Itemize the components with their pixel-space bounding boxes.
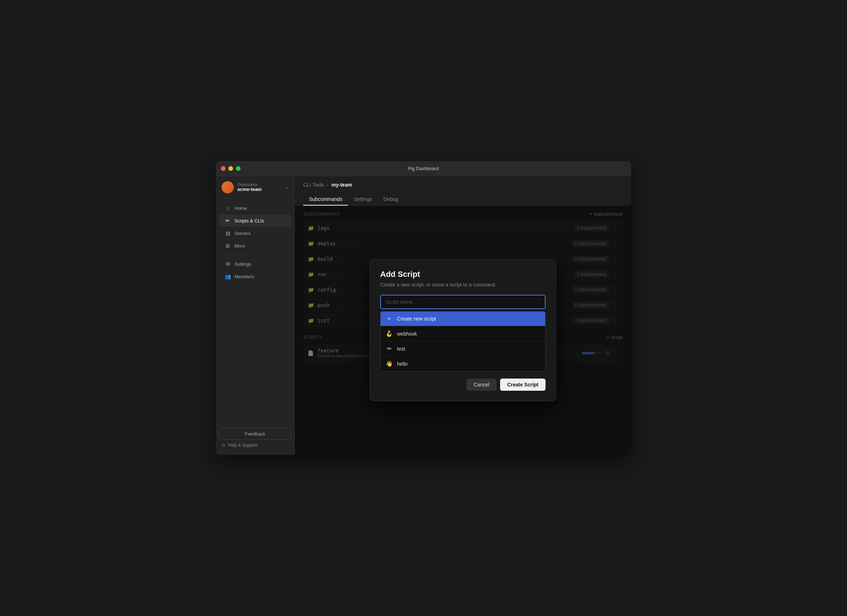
dropdown-item-test[interactable]: ✏ test: [381, 341, 545, 356]
content-body: Subcommands + Subcommand 📁 logs 1 subcom…: [295, 205, 631, 455]
dropdown-item-webhook[interactable]: 🪝 webhook: [381, 326, 545, 341]
dropdown-item-label: test: [397, 346, 405, 352]
titlebar: Fig Dashboard: [216, 161, 631, 176]
breadcrumb-parent[interactable]: CLI Tools: [303, 182, 324, 188]
plus-icon: +: [385, 316, 393, 322]
sidebar-item-members[interactable]: 👥 Members: [219, 270, 291, 282]
tab-debug[interactable]: Debug: [378, 194, 404, 205]
content-area: CLI Tools › my-team Subcommands Settings…: [295, 176, 631, 455]
settings-icon: ⚙: [224, 261, 231, 267]
breadcrumb-current: my-team: [332, 182, 352, 188]
modal-subtitle: Create a new script, or move a script to…: [380, 282, 546, 288]
create-script-button[interactable]: Create Script: [500, 378, 546, 391]
help-icon: ⊙: [221, 443, 225, 448]
org-name: acme-team: [238, 186, 281, 192]
dropdown-item-label: hello: [397, 361, 408, 367]
window-controls: [221, 166, 241, 171]
maximize-button[interactable]: [236, 166, 241, 171]
tab-settings[interactable]: Settings: [348, 194, 378, 205]
main-layout: Organization acme-team ⌄ ⌂ Home ✏ Script…: [216, 176, 631, 455]
add-script-modal: Add Script Create a new script, or move …: [370, 259, 556, 401]
window-title: Fig Dashboard: [408, 166, 438, 171]
help-support-item[interactable]: ⊙ Help & Support: [219, 440, 291, 451]
close-button[interactable]: [221, 166, 226, 171]
hello-icon: 👋: [385, 360, 393, 367]
avatar: [221, 181, 234, 194]
sidebar-item-label: Settings: [235, 261, 251, 267]
sidebar-item-label: Servers: [235, 230, 251, 236]
script-name-input[interactable]: [380, 295, 546, 309]
breadcrumb-separator: ›: [327, 182, 329, 188]
sidebar-item-label: Scripts & CLIs: [235, 218, 264, 223]
home-icon: ⌂: [224, 205, 231, 211]
tab-bar: Subcommands Settings Debug: [303, 194, 623, 205]
more-icon: ⊞: [224, 243, 231, 248]
dropdown-item-label: Create new script: [397, 316, 436, 322]
servers-icon: ▤: [224, 230, 231, 236]
dropdown-item-hello[interactable]: 👋 hello: [381, 356, 545, 371]
modal-overlay: Add Script Create a new script, or move …: [295, 205, 631, 455]
chevron-down-icon: ⌄: [285, 185, 289, 190]
sidebar-item-servers[interactable]: ▤ Servers: [219, 227, 291, 239]
content-header: CLI Tools › my-team Subcommands Settings…: [295, 176, 631, 205]
breadcrumb: CLI Tools › my-team: [303, 182, 623, 188]
minimize-button[interactable]: [229, 166, 233, 171]
sidebar-item-home[interactable]: ⌂ Home: [219, 202, 291, 214]
sidebar-item-label: More: [235, 243, 245, 248]
dropdown-item-label: webhook: [397, 331, 417, 337]
org-switcher[interactable]: Organization acme-team ⌄: [216, 176, 294, 199]
sidebar-item-scripts[interactable]: ✏ Scripts & CLIs: [219, 214, 291, 227]
org-info: Organization acme-team: [238, 183, 281, 192]
scripts-icon: ✏: [224, 218, 231, 223]
sidebar: Organization acme-team ⌄ ⌂ Home ✏ Script…: [216, 176, 295, 455]
test-icon: ✏: [385, 345, 393, 352]
cancel-button[interactable]: Cancel: [466, 378, 497, 391]
modal-footer: Cancel Create Script: [380, 378, 546, 391]
sidebar-item-label: Members: [235, 274, 254, 279]
sidebar-item-label: Home: [235, 205, 247, 211]
script-dropdown-list: + Create new script 🪝 webhook ✏ test: [380, 311, 546, 371]
dropdown-item-create-new[interactable]: + Create new script: [381, 312, 545, 326]
sidebar-bottom: Feedback ⊙ Help & Support: [216, 423, 294, 455]
sidebar-item-more[interactable]: ⊞ More ›: [219, 239, 291, 252]
chevron-right-icon: ›: [284, 244, 286, 248]
sidebar-nav: ⌂ Home ✏ Scripts & CLIs ▤ Servers ⊞ More…: [216, 199, 294, 423]
tab-subcommands[interactable]: Subcommands: [303, 194, 348, 205]
sidebar-item-settings[interactable]: ⚙ Settings: [219, 258, 291, 270]
modal-title: Add Script: [380, 270, 546, 279]
members-icon: 👥: [224, 273, 231, 279]
webhook-icon: 🪝: [385, 330, 393, 337]
org-label: Organization: [238, 183, 281, 186]
app-window: Fig Dashboard Organization acme-team ⌄ ⌂…: [216, 161, 631, 455]
feedback-button[interactable]: Feedback: [219, 428, 291, 440]
